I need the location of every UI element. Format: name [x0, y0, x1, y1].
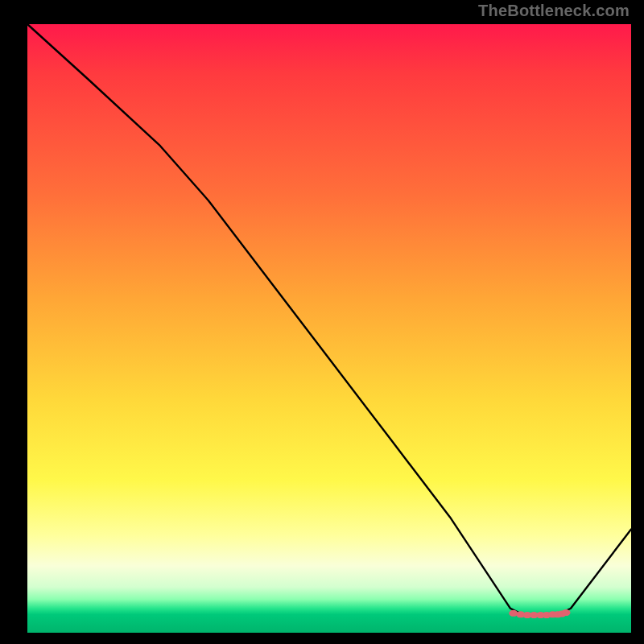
chart-container: TheBottleneck.com	[0, 0, 644, 644]
plot-area	[27, 24, 631, 633]
bottleneck-curve-line	[27, 24, 631, 614]
optimal-band-markers	[509, 609, 570, 618]
optimal-marker	[562, 609, 571, 616]
watermark-text: TheBottleneck.com	[478, 2, 630, 20]
chart-svg	[27, 24, 631, 633]
